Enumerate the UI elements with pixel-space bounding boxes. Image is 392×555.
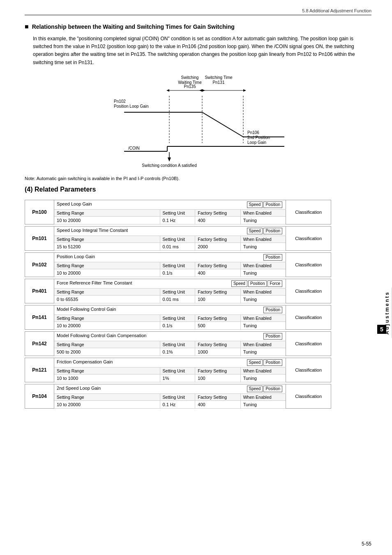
param-tuning: Tuning — [240, 295, 286, 303]
param-factory: 100 — [195, 374, 240, 382]
param-unit: 1% — [160, 374, 195, 382]
param-tags: Position — [263, 254, 283, 261]
classification-cell: Classification — [286, 200, 331, 224]
param-range: 500 to 2000 — [54, 348, 160, 356]
svg-text:Switching Time: Switching Time — [205, 75, 233, 80]
classification-cell: Classification — [286, 305, 331, 329]
param-name-cell: Speed Loop Gain SpeedPosition — [54, 200, 286, 209]
param-header: Setting Range — [54, 367, 160, 374]
param-name-cell: Model Following Control Gain Position — [54, 305, 286, 314]
param-header: When Enabled — [240, 288, 286, 295]
param-tuning: Tuning — [240, 216, 286, 224]
tag-badge: Speed — [231, 280, 247, 287]
svg-marker-6 — [166, 89, 169, 92]
param-name-text: Model Following Control Gain Compensatio… — [57, 333, 146, 338]
svg-text:Pn106: Pn106 — [247, 130, 259, 135]
param-range: 0 to 65535 — [54, 295, 160, 303]
tag-badge: Position — [263, 201, 282, 208]
param-tags: Position — [263, 307, 283, 313]
param-factory: 400 — [195, 269, 240, 277]
param-factory: 100 — [195, 295, 240, 303]
param-header: Setting Unit — [160, 209, 195, 216]
param-code: Pn142 — [25, 331, 54, 356]
svg-text:Loop Gain: Loop Gain — [247, 140, 266, 145]
param-unit: 0.1% — [160, 348, 195, 356]
param-name-cell: 2nd Speed Loop Gain SpeedPosition — [54, 384, 286, 393]
top-header: 5.8 Additional Adjustment Function — [25, 8, 371, 15]
param-range: 10 to 20000 — [54, 269, 160, 277]
tag-badge: Speed — [247, 201, 263, 208]
param-header: Setting Range — [54, 262, 160, 269]
param-name-cell: Friction Compensation Gain SpeedPosition — [54, 358, 286, 367]
classification-cell: Classification — [286, 384, 331, 408]
param-header: Factory Setting — [195, 288, 240, 295]
tag-badge: Position — [248, 280, 267, 287]
diagram: Switching Waiting Time Switching Time Pn… — [25, 73, 371, 168]
param-header: When Enabled — [240, 236, 286, 243]
tag-badge: Speed — [247, 228, 263, 234]
param-header: Factory Setting — [195, 367, 240, 374]
param-header: Setting Range — [54, 393, 160, 400]
svg-text:/COIN: /COIN — [128, 146, 140, 150]
svg-text:Pn102: Pn102 — [114, 99, 126, 104]
tag-badge: Speed — [247, 359, 263, 366]
tag-badge: Position — [263, 307, 282, 313]
tag-badge: Position — [263, 254, 282, 261]
param-header: Setting Range — [54, 288, 160, 295]
param-header: Setting Unit — [160, 236, 195, 243]
param-header: When Enabled — [240, 367, 286, 374]
param-name-text: 2nd Speed Loop Gain — [57, 386, 101, 391]
param-header: Factory Setting — [195, 236, 240, 243]
param-header: Factory Setting — [195, 209, 240, 216]
param-name-text: Friction Compensation Gain — [57, 359, 113, 364]
subsection-title: (4) Related Parameters — [25, 186, 371, 193]
param-code: Pn141 — [25, 305, 54, 329]
param-tuning: Tuning — [240, 243, 286, 250]
param-header: Factory Setting — [195, 341, 240, 348]
bullet-icon: ■ — [25, 23, 29, 30]
header-text: 5.8 Additional Adjustment Function — [302, 8, 371, 13]
param-header: Setting Unit — [160, 314, 195, 321]
param-code: Pn401 — [25, 279, 54, 303]
param-tuning: Tuning — [240, 374, 286, 382]
param-name-text: Speed Loop Integral Time Constant — [57, 228, 128, 233]
classification-cell: Classification — [286, 358, 331, 382]
param-range: 10 to 20000 — [54, 400, 160, 408]
param-range: 10 to 1000 — [54, 374, 160, 382]
param-factory: 1000 — [195, 348, 240, 356]
svg-text:Switching condition A satisfie: Switching condition A satisfied — [142, 163, 196, 168]
param-header: When Enabled — [240, 314, 286, 321]
param-range: 10 to 20000 — [54, 321, 160, 329]
param-factory: 500 — [195, 321, 240, 329]
param-table: Pn100 Speed Loop Gain SpeedPosition Clas… — [25, 200, 371, 409]
param-factory: 2000 — [195, 243, 240, 250]
param-header: Setting Range — [54, 209, 160, 216]
tag-badge: Position — [263, 228, 282, 234]
param-code: Pn102 — [25, 252, 54, 277]
svg-line-15 — [202, 112, 243, 137]
param-unit: 0.1 Hz — [160, 400, 195, 408]
param-code: Pn104 — [25, 384, 54, 408]
param-header: When Enabled — [240, 209, 286, 216]
param-factory: 400 — [195, 400, 240, 408]
svg-marker-28 — [168, 157, 171, 162]
classification-cell: Classification — [286, 331, 331, 356]
param-code: Pn100 — [25, 200, 54, 224]
classification-cell: Classification — [286, 279, 331, 303]
classification-cell: Classification — [286, 252, 331, 277]
param-header: When Enabled — [240, 393, 286, 400]
param-header: Setting Unit — [160, 393, 195, 400]
param-tuning: Tuning — [240, 348, 286, 356]
param-name-text: Model Following Control Gain — [57, 307, 116, 312]
tag-badge: Force — [267, 280, 282, 287]
tag-badge: Position — [263, 359, 282, 366]
section-title: Relationship between the Waiting and Swi… — [32, 23, 235, 30]
param-tags: Position — [263, 333, 283, 340]
param-tags: SpeedPosition — [247, 201, 284, 208]
param-name-text: Position Loop Gain — [57, 254, 95, 259]
param-name-cell: Force Reference Filter Time Constant Spe… — [54, 279, 286, 288]
param-header: Factory Setting — [195, 314, 240, 321]
section-heading: ■ Relationship between the Waiting and S… — [25, 23, 371, 30]
param-header: Setting Range — [54, 314, 160, 321]
param-header: Factory Setting — [195, 262, 240, 269]
